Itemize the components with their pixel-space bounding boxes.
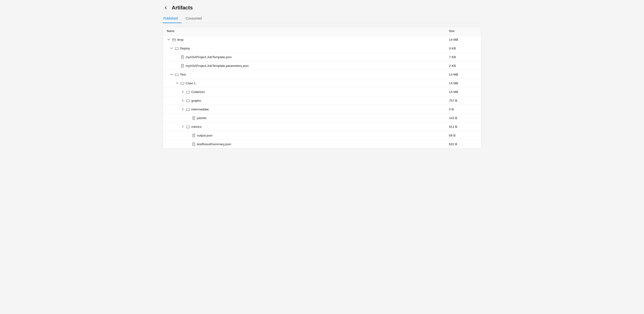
table-row: CodeGen 14 MB bbox=[163, 88, 481, 96]
folder-icon bbox=[186, 99, 190, 102]
table-header: Name Size bbox=[163, 27, 481, 35]
chevron-down-icon[interactable] bbox=[167, 38, 170, 41]
page-title: Artifacts bbox=[172, 5, 193, 11]
table-row: Deploy 9 KB bbox=[163, 44, 481, 53]
folder-icon bbox=[180, 81, 184, 85]
chevron-down-icon[interactable] bbox=[170, 46, 173, 50]
column-size-header: Size bbox=[449, 29, 477, 33]
back-button[interactable] bbox=[163, 5, 169, 11]
row-size: 69 B bbox=[449, 134, 477, 137]
tab-bar: Published Consumed bbox=[163, 14, 481, 23]
row-label: CodeGen bbox=[191, 90, 205, 94]
row-label: myASAProject.JobTemplate.parameters.json bbox=[186, 64, 249, 67]
row-name-codegen: CodeGen bbox=[181, 90, 449, 94]
table-row: Test 14 MB bbox=[163, 70, 481, 79]
chevron-right-icon[interactable] bbox=[181, 99, 185, 102]
page-header: Artifacts bbox=[163, 5, 481, 11]
artifacts-table: Name Size drop 14 bbox=[163, 27, 481, 149]
table-row: drop 14 MB bbox=[163, 35, 481, 44]
svg-rect-8 bbox=[186, 108, 190, 110]
row-name-file2: myASAProject.JobTemplate.parameters.json bbox=[175, 64, 449, 67]
table-row: Case 1 14 MB bbox=[163, 79, 481, 88]
file-icon bbox=[180, 64, 184, 67]
folder-icon bbox=[186, 107, 190, 111]
row-size: 143 B bbox=[449, 116, 477, 120]
row-name-graphs: graphs bbox=[181, 99, 449, 102]
svg-rect-10 bbox=[186, 126, 190, 128]
table-row: intermediate 5 B bbox=[163, 105, 481, 114]
row-name-deploy: Deploy bbox=[170, 46, 449, 50]
row-label: Test bbox=[180, 73, 186, 76]
folder-icon bbox=[186, 125, 190, 128]
row-label: metrics bbox=[191, 125, 202, 128]
row-label: testResultSummary.json bbox=[197, 142, 231, 146]
row-name-intermediate: intermediate bbox=[181, 107, 449, 111]
chevron-right-icon[interactable] bbox=[181, 90, 185, 94]
tab-published[interactable]: Published bbox=[163, 14, 182, 23]
row-size: 14 MB bbox=[449, 38, 477, 41]
row-size: 757 B bbox=[449, 99, 477, 102]
file-icon bbox=[192, 133, 196, 137]
row-size: 632 B bbox=[449, 142, 477, 146]
row-name-jobinfo: jobInfo bbox=[186, 116, 449, 120]
row-label: output.json bbox=[197, 134, 212, 137]
table-row: graphs 757 B bbox=[163, 96, 481, 105]
row-label: intermediate bbox=[191, 108, 209, 111]
chevron-down-icon[interactable] bbox=[170, 72, 173, 76]
row-size: 9 KB bbox=[449, 47, 477, 50]
row-name-file1: myASAProject.JobTemplate.json bbox=[175, 55, 449, 59]
column-name-header: Name bbox=[167, 29, 449, 33]
row-size: 14 MB bbox=[449, 73, 477, 76]
row-label: jobInfo bbox=[197, 116, 206, 120]
row-label: graphs bbox=[191, 99, 201, 102]
file-icon bbox=[180, 55, 184, 59]
table-row: myASAProject.JobTemplate.json 7 KB bbox=[163, 53, 481, 61]
row-size: 7 KB bbox=[449, 55, 477, 59]
row-label: myASAProject.JobTemplate.json bbox=[186, 55, 232, 59]
row-name-metrics: metrics bbox=[181, 125, 449, 128]
tab-consumed[interactable]: Consumed bbox=[186, 14, 206, 23]
row-size: 611 B bbox=[449, 125, 477, 128]
row-name-drop: drop bbox=[167, 38, 449, 41]
table-row: jobInfo 143 B bbox=[163, 114, 481, 122]
row-size: 14 MB bbox=[449, 81, 477, 85]
svg-rect-4 bbox=[175, 73, 178, 75]
svg-rect-1 bbox=[175, 47, 178, 49]
row-name-outputjson: output.json bbox=[186, 133, 449, 137]
svg-rect-5 bbox=[181, 82, 184, 84]
row-size: 5 B bbox=[449, 108, 477, 111]
file-icon bbox=[192, 142, 196, 146]
folder-icon bbox=[175, 72, 178, 76]
table-row: output.json 69 B bbox=[163, 131, 481, 140]
row-size: 2 KB bbox=[449, 64, 477, 67]
folder-icon bbox=[186, 90, 190, 94]
chevron-down-icon[interactable] bbox=[175, 81, 179, 85]
row-name-case1: Case 1 bbox=[175, 81, 449, 85]
row-label: Deploy bbox=[180, 47, 190, 50]
table-row: testResultSummary.json 632 B bbox=[163, 140, 481, 148]
row-name-test: Test bbox=[170, 72, 449, 76]
folder-icon bbox=[175, 46, 178, 50]
row-name-testresultsummary: testResultSummary.json bbox=[186, 142, 449, 146]
table-row: metrics 611 B bbox=[163, 122, 481, 131]
svg-rect-6 bbox=[186, 91, 190, 93]
file-icon bbox=[192, 116, 196, 120]
chevron-right-icon[interactable] bbox=[181, 107, 185, 111]
row-size: 14 MB bbox=[449, 90, 477, 94]
chevron-right-icon[interactable] bbox=[181, 125, 185, 128]
folder-collapsed-icon bbox=[172, 38, 176, 41]
svg-rect-7 bbox=[186, 100, 190, 102]
row-label: drop bbox=[177, 38, 184, 41]
row-label: Case 1 bbox=[186, 81, 196, 85]
table-row: myASAProject.JobTemplate.parameters.json… bbox=[163, 61, 481, 70]
